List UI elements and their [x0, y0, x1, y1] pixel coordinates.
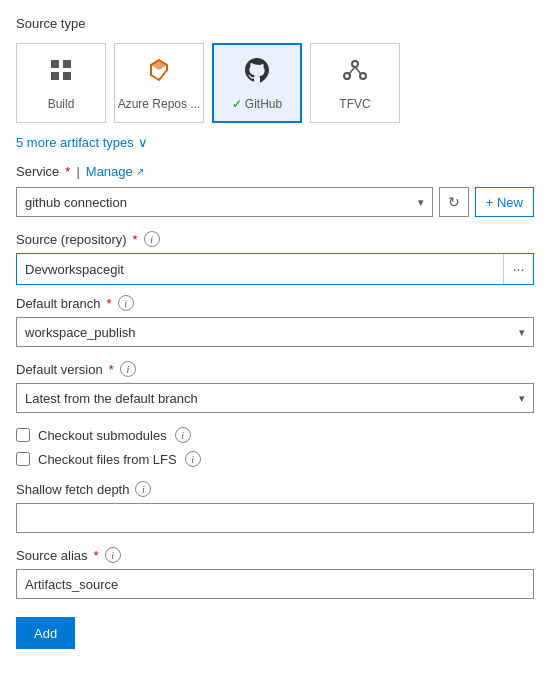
default-branch-label: Default branch [16, 296, 101, 311]
checkout-submodules-row: Checkout submodules i [16, 427, 534, 443]
external-link-icon: ↗ [136, 166, 144, 177]
source-alias-section: Source alias * i [16, 547, 534, 599]
service-row: Service * | Manage ↗ [16, 164, 534, 179]
manage-label: Manage [86, 164, 133, 179]
source-type-label: Source type [16, 16, 534, 31]
source-alias-input[interactable] [16, 569, 534, 599]
ellipsis-button[interactable]: ··· [503, 254, 533, 284]
source-tile-azure-repos[interactable]: Azure Repos ... [114, 43, 204, 123]
svg-rect-1 [63, 60, 71, 68]
checkout-submodules-info-icon: i [175, 427, 191, 443]
checkout-submodules-label: Checkout submodules [38, 428, 167, 443]
default-branch-value: workspace_publish [25, 325, 136, 340]
source-alias-required: * [94, 548, 99, 563]
tfvc-tile-label: TFVC [339, 97, 370, 111]
source-repo-label-row: Source (repository) * i [16, 231, 534, 247]
default-version-required: * [109, 362, 114, 377]
default-version-chevron-icon: ▾ [519, 392, 525, 405]
azure-repos-icon [145, 56, 173, 91]
shallow-fetch-label: Shallow fetch depth [16, 482, 129, 497]
source-repo-required: * [133, 232, 138, 247]
tfvc-icon [341, 56, 369, 91]
build-tile-label: Build [48, 97, 75, 111]
service-dropdown-chevron-icon: ▾ [418, 196, 424, 209]
source-alias-label: Source alias [16, 548, 88, 563]
source-repo-label: Source (repository) [16, 232, 127, 247]
source-repo-info-icon: i [144, 231, 160, 247]
azure-repos-tile-label: Azure Repos ... [118, 97, 201, 111]
source-type-section: Source type Build Azure Rep [16, 16, 534, 649]
checkout-lfs-row: Checkout files from LFS i [16, 451, 534, 467]
ellipsis-icon: ··· [513, 261, 525, 277]
default-branch-label-row: Default branch * i [16, 295, 534, 311]
check-mark: ✓ [232, 97, 242, 111]
shallow-fetch-info-icon: i [135, 481, 151, 497]
source-repo-input-row: ··· [16, 253, 534, 285]
more-types-chevron-icon: ∨ [138, 135, 148, 150]
service-required-star: * [65, 164, 70, 179]
refresh-button[interactable]: ↻ [439, 187, 469, 217]
add-button-label: Add [34, 626, 57, 641]
refresh-icon: ↻ [448, 194, 460, 210]
source-alias-info-icon: i [105, 547, 121, 563]
github-icon [243, 56, 271, 91]
source-tile-tfvc[interactable]: TFVC [310, 43, 400, 123]
shallow-fetch-label-row: Shallow fetch depth i [16, 481, 534, 497]
svg-rect-3 [63, 72, 71, 80]
default-branch-required: * [107, 296, 112, 311]
default-version-dropdown[interactable]: Latest from the default branch ▾ [16, 383, 534, 413]
default-version-label-row: Default version * i [16, 361, 534, 377]
service-divider: | [76, 164, 79, 179]
service-label: Service [16, 164, 59, 179]
more-artifact-types-link[interactable]: 5 more artifact types ∨ [16, 135, 534, 150]
source-type-grid: Build Azure Repos ... ✓ GitHub [16, 43, 534, 123]
default-branch-dropdown[interactable]: workspace_publish ▾ [16, 317, 534, 347]
default-version-value: Latest from the default branch [25, 391, 198, 406]
default-branch-chevron-icon: ▾ [519, 326, 525, 339]
source-repo-input[interactable] [17, 254, 503, 284]
build-icon [47, 56, 75, 91]
add-button[interactable]: Add [16, 617, 75, 649]
source-repo-section: Source (repository) * i ··· [16, 231, 534, 285]
default-version-info-icon: i [120, 361, 136, 377]
checkout-submodules-checkbox[interactable] [16, 428, 30, 442]
new-button-label: + New [486, 195, 523, 210]
svg-point-4 [352, 61, 358, 67]
service-dropdown-value: github connection [25, 195, 127, 210]
manage-link[interactable]: Manage ↗ [86, 164, 144, 179]
default-branch-info-icon: i [118, 295, 134, 311]
svg-line-8 [355, 67, 361, 74]
svg-rect-2 [51, 72, 59, 80]
source-alias-label-row: Source alias * i [16, 547, 534, 563]
github-tile-label: GitHub [245, 97, 282, 111]
source-tile-build[interactable]: Build [16, 43, 106, 123]
checkout-lfs-label: Checkout files from LFS [38, 452, 177, 467]
new-button[interactable]: + New [475, 187, 534, 217]
default-version-label: Default version [16, 362, 103, 377]
shallow-fetch-section: Shallow fetch depth i [16, 481, 534, 533]
checkout-lfs-checkbox[interactable] [16, 452, 30, 466]
svg-line-7 [349, 67, 355, 74]
checkout-lfs-info-icon: i [185, 451, 201, 467]
shallow-fetch-input[interactable] [16, 503, 534, 533]
source-tile-github[interactable]: ✓ GitHub [212, 43, 302, 123]
default-version-section: Default version * i Latest from the defa… [16, 361, 534, 413]
github-check-label: ✓ GitHub [232, 97, 282, 111]
service-select-row: github connection ▾ ↻ + New [16, 187, 534, 217]
default-branch-section: Default branch * i workspace_publish ▾ [16, 295, 534, 347]
service-dropdown[interactable]: github connection ▾ [16, 187, 433, 217]
svg-rect-0 [51, 60, 59, 68]
more-types-label: 5 more artifact types [16, 135, 134, 150]
